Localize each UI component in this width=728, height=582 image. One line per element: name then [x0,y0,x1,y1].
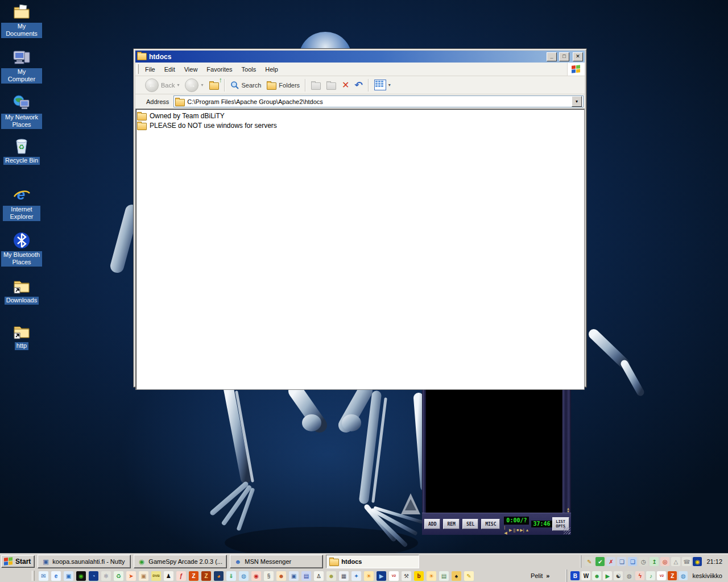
network-active-icon[interactable]: ❏ [628,557,637,566]
media-player-icon[interactable]: ▶ [377,571,386,581]
transport-button-icon[interactable]: ■ [516,527,519,533]
red-ring-icon[interactable]: ◎ [660,557,669,566]
gamespy-arcade-icon[interactable]: ◉ [76,571,86,581]
menu-item[interactable]: File [140,63,160,76]
playlist-add-button[interactable]: ADD [424,519,440,529]
playlist-rem-button[interactable]: REM [443,519,459,529]
snowflake-app-icon[interactable]: ✻ [101,571,111,581]
transport-button-icon[interactable]: ▶| [520,527,524,533]
orange-pointer-icon[interactable]: ➤ [126,571,136,581]
menu-item[interactable]: Favorites [202,63,237,76]
file-item[interactable]: Owned by Team dBiLiTY [137,111,583,120]
recycle-ball-icon[interactable]: ♻ [114,571,123,581]
paint-brush-icon[interactable]: ✎ [464,571,474,581]
scroll-down-icon[interactable]: ▼ [566,510,570,513]
sun-smiley-icon[interactable]: ☀ [364,571,374,581]
transport-button-icon[interactable]: || [513,527,515,533]
delete-button[interactable]: ✕ [340,80,351,91]
menubar-grip[interactable] [136,64,139,74]
quicklaunch-grip[interactable] [32,571,35,581]
playlist-misc-button[interactable]: MISC [481,519,500,529]
keyboard-icon[interactable]: ▤ [439,571,449,581]
network-disconnected-icon[interactable]: ✗ [606,557,615,566]
views-button[interactable]: ▾ [372,78,393,92]
hammer-icon[interactable]: ⚒ [402,571,411,581]
flash-icon[interactable]: ƒ [176,571,186,581]
smiley-ball-icon[interactable]: ☻ [326,571,336,581]
firefox-icon[interactable]: ◕ [214,571,224,581]
playlist-sel-button[interactable]: SEL [462,519,478,529]
wireless-signal-icon[interactable]: ◉ [693,557,702,566]
playlist-track-area[interactable] [426,388,562,513]
phone-blocked-icon[interactable]: ☎ [682,557,691,566]
ie-shortcut-icon[interactable]: ▣ [64,571,73,581]
messenger-contact-icon[interactable]: ☻ [276,571,286,581]
desktop-icon-recycle-bin[interactable]: ♻ Recycle Bin [1,136,42,165]
views-dropdown-icon[interactable]: ▾ [388,82,391,88]
dvb-viewer-icon[interactable]: DVB [151,571,161,581]
transport-button-icon[interactable]: ▲ [526,527,530,533]
playlist-scrollbar[interactable] [562,388,571,513]
internet-explorer-icon[interactable]: e [51,571,61,581]
speaker-stream-icon[interactable]: ♪ [646,571,655,580]
volume-schedule-icon[interactable]: ◷ [639,557,648,566]
download-manager-icon[interactable]: ⇓ [226,571,236,581]
outlook-express-icon[interactable]: ✉ [39,571,48,581]
search-button[interactable]: Search [228,80,264,91]
desktop-icon-my-computer[interactable]: My Computer [1,48,42,84]
undo-button[interactable]: ↶ [353,80,365,91]
address-input[interactable]: C:\Program Files\Apache Group\Apache2\ht… [173,95,584,107]
v2-app-icon[interactable]: V2 [389,571,399,581]
back-button[interactable]: ← Back ▾ [143,77,181,93]
player-play-icon[interactable]: ▶ [603,571,612,580]
filezilla-icon[interactable]: Z [189,571,198,581]
network-nodes-icon[interactable]: △ [671,557,680,566]
filezilla-server-icon[interactable]: Z [201,571,211,581]
filezilla-tray-icon[interactable]: Z [668,571,677,580]
poker-icon[interactable]: ♠ [452,571,461,581]
tablet-pen-icon[interactable]: ✎ [585,557,594,566]
desktop-icon-downloads[interactable]: Downloads [1,276,42,305]
winamp-icon[interactable]: W [581,571,590,580]
desktop-icon-http[interactable]: http [1,322,42,350]
menu-item[interactable]: View [180,63,202,76]
task-koopa[interactable]: ▣ koopa.saunalahti.fi - Nutty [38,555,131,568]
script-icon[interactable]: § [264,571,274,581]
folders-button[interactable]: Folders [264,80,302,91]
up-button[interactable]: ↑ [207,80,221,91]
chevron-right-icon[interactable]: » [546,572,549,579]
msn-online-icon[interactable]: ☻ [592,571,601,580]
clock[interactable]: 21:12 [706,558,722,565]
forward-button[interactable]: → ▾ [183,77,205,93]
task-msn-messenger[interactable]: ☻ MSN Messenger [230,555,323,568]
transport-button-icon[interactable]: |◀ [504,525,508,536]
update-check-icon[interactable]: ✔ [595,557,605,566]
task-htdocs[interactable]: htdocs [326,555,419,568]
globe-gray-icon[interactable]: ◍ [624,571,634,580]
tux-linux-icon[interactable]: ♙ [314,571,324,581]
sun-smiley2-icon[interactable]: ☀ [427,571,436,581]
transport-button-icon[interactable]: ▶ [509,527,512,533]
explorer-titlebar[interactable]: htdocs _ □ ✕ [135,51,585,63]
safely-remove-icon[interactable]: ↥ [650,557,659,566]
google-earth-icon[interactable]: ◍ [239,571,249,581]
opera-icon[interactable]: ◉ [251,571,261,581]
globe-blue-icon[interactable]: ◍ [679,571,688,580]
image-viewer-icon[interactable]: ▣ [139,571,148,581]
menu-item[interactable]: Tools [237,63,261,76]
playlist-resize-grip[interactable] [564,527,570,534]
close-button[interactable]: ✕ [573,52,583,61]
media-orb-icon[interactable]: ◔ [89,571,98,581]
search-tool-icon[interactable]: ✦ [351,571,361,581]
forward-dropdown-icon[interactable]: ▾ [201,82,203,88]
move-to-button[interactable] [309,80,323,91]
bluetooth-icon[interactable]: B [570,571,580,580]
address-dropdown-button[interactable]: ▾ [572,96,582,107]
menu-item[interactable]: Edit [160,63,180,76]
minimize-button[interactable]: _ [547,52,557,61]
v2-tray-icon[interactable]: V2 [657,571,666,580]
desktop-icon-my-network-places[interactable]: My Network Places [1,93,42,129]
network-computers-icon[interactable]: ❏ [617,557,626,566]
file-item[interactable]: PLEASE do NOT use windows for servers [137,120,583,130]
desktop-icon-my-documents[interactable]: My Documents [1,2,42,38]
